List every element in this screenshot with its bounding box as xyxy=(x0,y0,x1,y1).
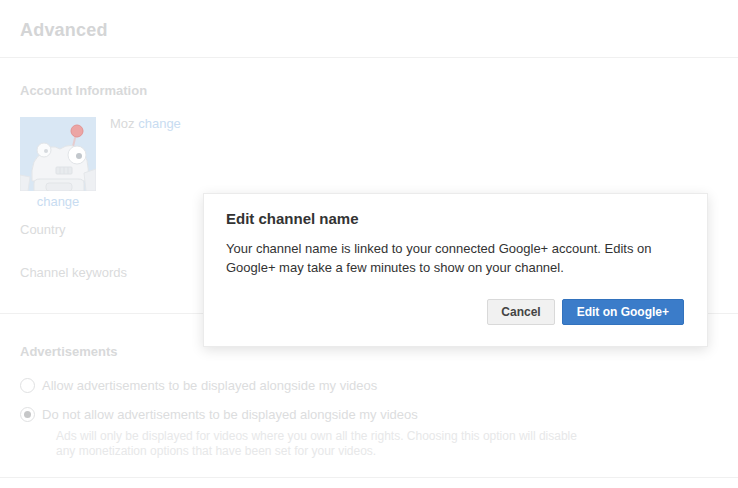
channel-keywords-label: Channel keywords xyxy=(20,265,127,280)
cancel-button[interactable]: Cancel xyxy=(487,299,554,325)
ads-allow-option[interactable]: Allow advertisements to be displayed alo… xyxy=(20,378,377,393)
advertisements-heading: Advertisements xyxy=(20,344,118,359)
channel-avatar xyxy=(20,117,96,191)
change-avatar-link[interactable]: change xyxy=(37,194,80,209)
edit-channel-name-dialog: Edit channel name Your channel name is l… xyxy=(203,193,708,347)
change-channel-name-link[interactable]: change xyxy=(138,116,181,131)
moz-robot-avatar-icon xyxy=(20,117,96,191)
channel-name-row: Moz change xyxy=(110,116,181,131)
ads-help-text: Ads will only be displayed for videos wh… xyxy=(56,429,584,459)
ads-disallow-option[interactable]: Do not allow advertisements to be displa… xyxy=(20,407,418,422)
country-label: Country xyxy=(20,222,66,237)
ads-allow-label[interactable]: Allow advertisements to be displayed alo… xyxy=(42,378,377,393)
dialog-body-text: Your channel name is linked to your conn… xyxy=(226,239,684,277)
channel-name: Moz xyxy=(110,116,135,131)
ads-disallow-label[interactable]: Do not allow advertisements to be displa… xyxy=(42,407,418,422)
dialog-title: Edit channel name xyxy=(226,210,359,227)
page-title: Advanced xyxy=(20,20,108,41)
advanced-settings-page: Advanced Account Information Moz change … xyxy=(0,0,738,488)
edit-on-google-plus-button[interactable]: Edit on Google+ xyxy=(562,299,684,325)
radio-unchecked-icon[interactable] xyxy=(20,378,35,393)
divider xyxy=(0,57,738,58)
dialog-button-row: Cancel Edit on Google+ xyxy=(487,299,684,325)
account-information-heading: Account Information xyxy=(20,83,147,98)
divider xyxy=(0,477,738,478)
radio-checked-icon[interactable] xyxy=(20,407,35,422)
